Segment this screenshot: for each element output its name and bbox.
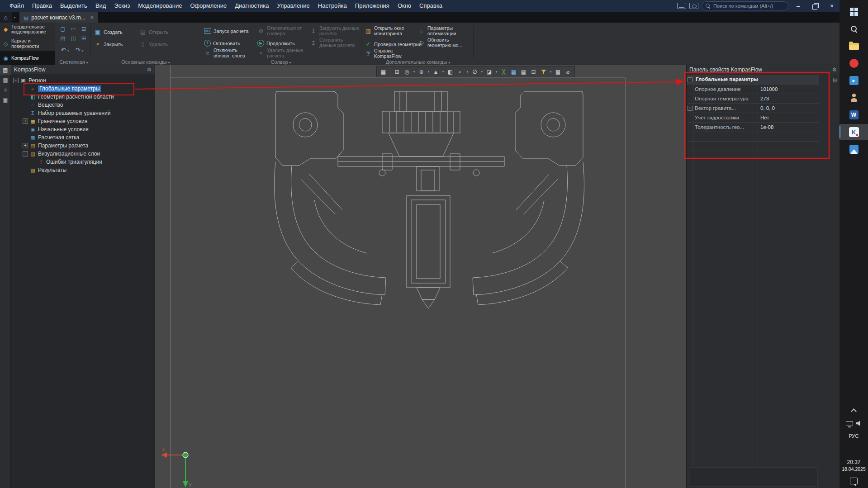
display-settings-icon[interactable] — [677, 3, 686, 9]
delete-button[interactable]: ▯ Удалить — [139, 41, 168, 47]
save-icon[interactable]: ⊟ — [79, 25, 88, 33]
layers-panel-icon[interactable]: ≡ — [0, 85, 11, 95]
continue-button[interactable]: ▶ Продолжить — [257, 40, 295, 47]
collapse-icon[interactable]: - — [688, 77, 693, 82]
view-frame-icon[interactable]: ⊞ — [392, 67, 402, 76]
expand-icon[interactable]: + — [688, 106, 693, 111]
panel-tab-icon[interactable]: ▤ — [833, 76, 838, 83]
iso-view-icon[interactable]: ◧ — [446, 67, 455, 76]
scissors-icon[interactable]: ╳ — [499, 67, 508, 76]
monitoring-window-button[interactable]: ▥ Открыть окно мониторинга — [365, 26, 415, 36]
property-value[interactable]: 1e-08 — [760, 124, 773, 130]
redo-dropdown-icon[interactable]: ▾ — [82, 49, 84, 53]
expand-icon[interactable]: + — [23, 143, 28, 148]
menu-help[interactable]: Справка — [415, 0, 446, 12]
menu-edit[interactable]: Правка — [28, 0, 56, 12]
check-geometry-button[interactable]: ✓ Проверка геометрии — [365, 41, 422, 47]
screenshot-icon[interactable] — [689, 3, 698, 9]
property-row-geometry-tolerance[interactable]: Толерантность гео... 1e-08 — [687, 123, 819, 132]
menu-sketch[interactable]: Эскиз — [110, 0, 134, 12]
load-calc-data-button[interactable]: ↧ Загрузить данные расчета — [310, 26, 360, 36]
sheet-icon[interactable]: ▤ — [519, 67, 528, 76]
expand-icon[interactable]: + — [23, 118, 28, 124]
people-app-button[interactable] — [840, 90, 868, 106]
mode-wireframe-surfaces[interactable]: ◇ Каркас и поверхности — [0, 37, 55, 52]
save-calc-data-button[interactable]: ↥ Сохранить данные расчета — [310, 38, 360, 48]
tree-item-initial-conditions[interactable]: ◉ Начальные условия — [11, 125, 155, 133]
red-app-button[interactable] — [840, 55, 868, 71]
grid3d-icon[interactable]: ▩ — [553, 67, 563, 76]
grid-snap-icon[interactable]: ▦ — [379, 67, 388, 76]
movies-app-button[interactable]: ▶ — [840, 72, 868, 89]
tray-icons[interactable] — [840, 417, 868, 430]
group-label-main-commands[interactable]: Основные команды▾ — [91, 59, 200, 65]
measure-icon[interactable]: ⌀ — [563, 67, 573, 76]
panels-icon[interactable]: ▤ — [0, 65, 11, 75]
menu-window[interactable]: Окно — [394, 0, 415, 12]
delete-calc-data-button[interactable]: × Удалить данные расчета — [257, 48, 308, 58]
preview-icon[interactable]: ◫ — [69, 34, 78, 43]
close-project-button[interactable]: × Закрыть — [94, 41, 123, 47]
new-document-icon[interactable]: ▢ — [58, 25, 67, 33]
tree-item-mesh[interactable]: ▦ Расчетная сетка — [11, 133, 155, 142]
tree-item-global-parameters[interactable]: ≡ Глобальные параметры — [11, 85, 155, 93]
update-geometry-button[interactable]: ↻ Обновить геометрию мо... — [418, 38, 468, 48]
layers-icon[interactable]: ⊟ — [529, 67, 538, 76]
photos-app-button[interactable] — [840, 141, 868, 157]
redo-icon[interactable]: ↷ — [74, 47, 81, 54]
kompasflow-help-button[interactable]: ? Справка KompasFlow — [365, 48, 415, 59]
mesh-view-icon[interactable]: ▦ — [509, 67, 518, 76]
section-view-icon[interactable]: ◪ — [484, 67, 494, 76]
menu-panel-icon[interactable]: ▣ — [0, 95, 11, 105]
tray-expand-button[interactable] — [840, 404, 868, 416]
menu-view[interactable]: Вид — [91, 0, 110, 12]
section-view-dropdown-icon[interactable]: ▾ — [494, 70, 498, 74]
command-search-input[interactable]: Поиск по командам (Alt+/) — [702, 1, 788, 10]
property-row-reference-pressure[interactable]: Опорное давление 101000 — [687, 85, 819, 94]
collapse-icon[interactable]: - — [23, 151, 28, 156]
tree-panel-icon[interactable]: ▦ — [0, 75, 11, 85]
create-button[interactable]: ▣ Создать — [94, 28, 123, 35]
close-window-button[interactable]: × — [825, 0, 839, 12]
gear-icon[interactable]: ⚙ — [832, 66, 837, 73]
tree-item-triangulation-errors[interactable]: ! Ошибки триангуляции — [11, 158, 155, 166]
tree-item-calculation-parameters[interactable]: + ▤ Параметры расчета — [11, 142, 155, 150]
display-mode-icon[interactable]: ◐ — [455, 67, 465, 76]
clock[interactable]: 20:37 18.04.2025 — [840, 456, 868, 475]
kompas-app-button[interactable]: K — [840, 124, 868, 140]
display-mode-dropdown-icon[interactable]: ▾ — [465, 70, 470, 74]
undo-dropdown-icon[interactable]: ▾ — [67, 49, 69, 53]
menu-management[interactable]: Управление — [273, 0, 314, 12]
tree-item-results[interactable]: ▤ Результаты — [11, 166, 155, 174]
disconnect-solver-button[interactable]: ⊘ Отключиться от солвера — [257, 26, 308, 36]
taskbar-search-button[interactable] — [840, 21, 868, 37]
group-label-extra-commands[interactable]: Дополнительные команды▾ — [363, 59, 473, 65]
mode-kompasflow[interactable]: ◉ KompasFlow — [0, 51, 55, 65]
hide-objects-icon[interactable]: ∅ — [470, 67, 479, 76]
open-button[interactable]: ▤ Открыть — [139, 28, 168, 35]
filter-icon[interactable] — [539, 67, 548, 76]
orientation-icon[interactable]: ▲ — [431, 67, 441, 76]
group-label-solver[interactable]: Солвер▾ — [202, 59, 360, 65]
menu-select[interactable]: Выделить — [56, 0, 91, 12]
pan-icon[interactable]: ⊕ — [417, 67, 426, 76]
open-document-icon[interactable]: ▭ — [69, 25, 78, 33]
print-icon[interactable]: ▤ — [58, 34, 67, 43]
system-settings-icon[interactable]: ⊞ — [79, 34, 88, 43]
file-explorer-button[interactable] — [840, 38, 868, 54]
collapse-icon[interactable]: - — [13, 78, 19, 83]
tree-item-substance[interactable]: ∴ Вещество — [11, 101, 155, 109]
language-indicator[interactable]: РУС — [840, 431, 868, 441]
tree-item-region[interactable]: - ▣ Регион — [11, 76, 155, 85]
zoom-icon[interactable]: ◎ — [402, 67, 412, 76]
tree-item-computational-geometry[interactable]: ◧ Геометрия расчетной области — [11, 93, 155, 101]
menu-modeling[interactable]: Моделирование — [134, 0, 186, 12]
gear-icon[interactable]: ⚙ — [147, 66, 152, 73]
optimization-parameters-button[interactable]: ≡ Параметры оптимизации — [418, 26, 468, 36]
property-value[interactable]: 101000 — [760, 86, 778, 92]
orientation-dropdown-icon[interactable]: ▾ — [441, 70, 445, 74]
menu-settings[interactable]: Настройка — [314, 0, 351, 12]
home-dropdown-icon[interactable]: ▾ — [12, 12, 18, 23]
menu-diagnostics[interactable]: Диагностика — [231, 0, 273, 12]
menu-applications[interactable]: Приложения — [351, 0, 394, 12]
